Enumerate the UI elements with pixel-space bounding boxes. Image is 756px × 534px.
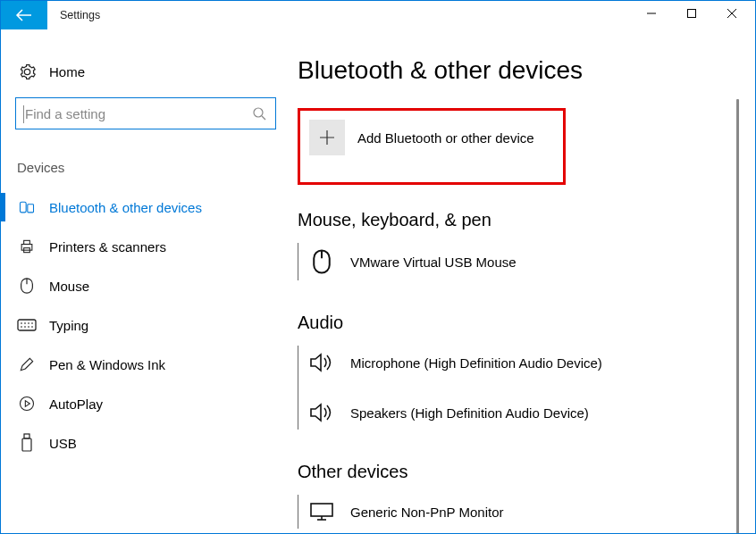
sidebar-section-header: Devices — [1, 151, 287, 188]
group-mouse-keyboard-pen: Mouse, keyboard, & pen VMware Virtual US… — [298, 210, 736, 280]
group-audio: Audio Microphone (High Definition Audio … — [298, 313, 736, 430]
group-heading: Audio — [298, 313, 736, 333]
search-icon — [252, 106, 266, 121]
sidebar-item-label: Mouse — [49, 279, 89, 294]
home-label: Home — [49, 64, 85, 79]
monitor-icon — [306, 500, 338, 523]
speaker-icon — [306, 401, 338, 424]
bluetooth-devices-icon — [17, 198, 37, 216]
device-item[interactable]: VMware Virtual USB Mouse — [306, 243, 736, 280]
search-placeholder: Find a setting — [25, 106, 105, 121]
device-label: Speakers (High Definition Audio Device) — [350, 405, 589, 421]
svg-rect-5 — [24, 240, 30, 244]
sidebar-item-label: Pen & Windows Ink — [49, 357, 165, 372]
sidebar-item-label: AutoPlay — [49, 396, 103, 412]
sidebar-item-pen[interactable]: Pen & Windows Ink — [1, 345, 287, 384]
mouse-icon — [17, 277, 37, 295]
maximize-button[interactable] — [671, 1, 711, 26]
minimize-button[interactable] — [631, 1, 671, 26]
sidebar-item-printers[interactable]: Printers & scanners — [1, 227, 287, 266]
sidebar-item-label: Bluetooth & other devices — [49, 200, 202, 215]
title-bar: Settings — [1, 1, 755, 29]
svg-rect-15 — [22, 438, 31, 451]
highlight-box: Add Bluetooth or other device — [298, 108, 566, 185]
svg-rect-3 — [28, 204, 34, 213]
device-item[interactable]: Speakers (High Definition Audio Device) — [306, 396, 736, 430]
speaker-icon — [306, 351, 338, 374]
autoplay-icon — [17, 395, 37, 413]
back-arrow-icon — [15, 8, 33, 22]
home-link[interactable]: Home — [1, 56, 287, 87]
device-label: VMware Virtual USB Mouse — [350, 254, 517, 270]
group-other-devices: Other devices Generic Non-PnP Monitor — [298, 462, 736, 529]
sidebar-item-label: Printers & scanners — [49, 239, 166, 254]
svg-rect-9 — [18, 320, 36, 330]
sidebar: Home Find a setting Devices Bluetooth & … — [1, 29, 287, 533]
device-label: Generic Non-PnP Monitor — [350, 505, 503, 520]
svg-rect-18 — [311, 504, 332, 516]
svg-rect-2 — [21, 202, 27, 213]
search-input[interactable]: Find a setting — [15, 97, 276, 129]
svg-point-12 — [21, 397, 34, 411]
mouse-device-icon — [306, 248, 338, 275]
device-item[interactable]: Microphone (High Definition Audio Device… — [306, 346, 736, 396]
group-heading: Mouse, keyboard, & pen — [298, 210, 736, 230]
device-item[interactable]: Generic Non-PnP Monitor — [306, 495, 736, 529]
window-controls — [631, 1, 755, 26]
group-heading: Other devices — [298, 462, 736, 482]
scrollbar[interactable] — [736, 99, 739, 534]
plus-tile — [309, 120, 345, 155]
sidebar-item-typing[interactable]: Typing — [1, 305, 287, 345]
close-icon — [727, 8, 737, 19]
svg-marker-13 — [25, 401, 29, 407]
sidebar-item-mouse[interactable]: Mouse — [1, 266, 287, 305]
add-device-button[interactable]: Add Bluetooth or other device — [309, 120, 552, 155]
back-button[interactable] — [1, 1, 47, 29]
plus-icon — [318, 129, 336, 146]
gear-icon — [17, 63, 37, 80]
sidebar-item-bluetooth[interactable]: Bluetooth & other devices — [1, 188, 287, 227]
svg-rect-0 — [687, 10, 695, 18]
keyboard-icon — [17, 318, 37, 332]
minimize-icon — [646, 8, 657, 19]
maximize-icon — [686, 8, 697, 19]
svg-point-1 — [254, 108, 263, 117]
printer-icon — [17, 238, 37, 255]
content-area: Bluetooth & other devices Add Bluetooth … — [287, 29, 755, 533]
sidebar-item-label: Typing — [49, 318, 88, 333]
svg-rect-4 — [21, 245, 32, 251]
sidebar-item-usb[interactable]: USB — [1, 423, 287, 463]
page-title: Bluetooth & other devices — [298, 56, 736, 85]
pen-icon — [17, 355, 37, 373]
add-device-label: Add Bluetooth or other device — [357, 130, 534, 146]
window-title: Settings — [60, 1, 100, 29]
usb-icon — [17, 433, 37, 453]
close-button[interactable] — [711, 1, 752, 26]
sidebar-item-label: USB — [49, 436, 77, 451]
device-label: Microphone (High Definition Audio Device… — [350, 355, 602, 371]
svg-rect-14 — [24, 434, 29, 438]
sidebar-item-autoplay[interactable]: AutoPlay — [1, 384, 287, 423]
